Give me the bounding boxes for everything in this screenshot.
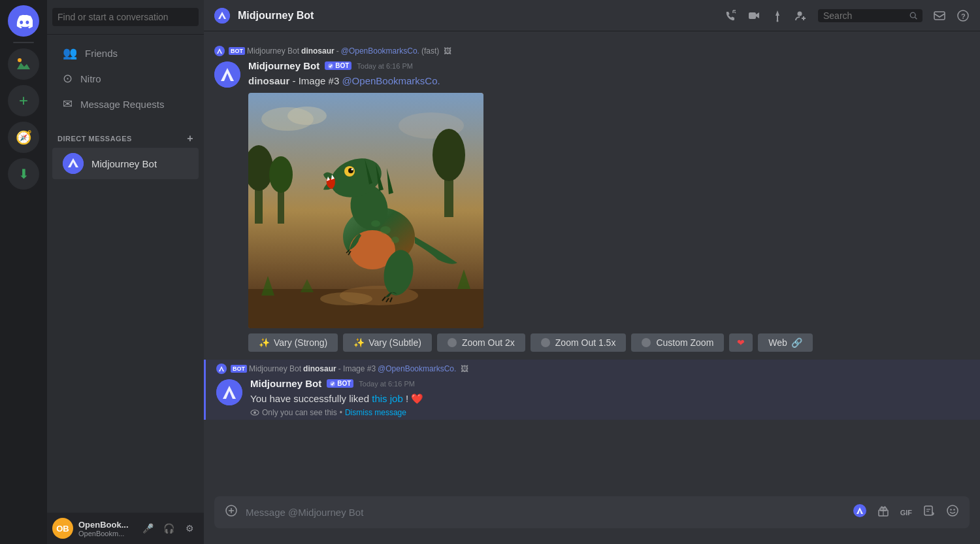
bullet-separator: •: [340, 408, 342, 417]
sticker-button[interactable]: [920, 496, 938, 528]
web-link-icon: 🔗: [791, 337, 802, 348]
svg-point-50: [380, 226, 391, 234]
message-buttons-1: ✨ Vary (Strong) ✨ Vary (Subtle) Zoom Out…: [248, 333, 970, 352]
nitro-label: Nitro: [80, 73, 101, 84]
context-sender-1: Midjourney Bot: [247, 46, 299, 56]
svg-rect-12: [749, 12, 756, 19]
custom-zoom-button[interactable]: Custom Zoom: [631, 333, 724, 352]
vary-strong-button[interactable]: ✨ Vary (Strong): [248, 333, 338, 352]
add-friend-button[interactable]: [794, 9, 808, 22]
context-avatar-1: [214, 46, 225, 56]
user-avatar-text: OB: [56, 524, 69, 534]
discord-home-button[interactable]: [8, 5, 39, 37]
midjourney-bot-name: Midjourney Bot: [91, 158, 157, 169]
dm-search-input[interactable]: [52, 8, 199, 26]
message-context-2: BOT Midjourney Bot dinosaur - Image #3 @…: [206, 360, 980, 375]
svg-point-74: [950, 509, 951, 510]
server-divider: [13, 42, 34, 43]
chat-search-input[interactable]: [823, 10, 906, 21]
heart-button[interactable]: ❤: [729, 333, 753, 352]
dm-nav-items: 👥 Friends ⊙ Nitro ✉ Message Requests: [47, 35, 204, 122]
liked-link[interactable]: this job: [372, 393, 403, 404]
bot-badge-2: BOT: [327, 379, 353, 388]
zoom-out-1.5x-button[interactable]: Zoom Out 1.5x: [531, 333, 627, 352]
message-username-1: Midjourney Bot: [248, 60, 319, 71]
message-text-1: dinosaur - Image #3 @OpenBookmarksCo.: [248, 74, 970, 88]
context-mention-2: @OpenBookmarksCo.: [378, 364, 456, 373]
message-row-2: Midjourney Bot BOT Today at 6:16 PM You …: [206, 375, 980, 420]
add-server-button[interactable]: +: [8, 85, 39, 116]
message-requests-label: Message Requests: [80, 99, 164, 110]
footer-status: OpenBookm...: [78, 530, 133, 537]
eye-icon: [250, 408, 259, 417]
sidebar-item-message-requests[interactable]: ✉ Message Requests: [52, 92, 199, 116]
message-group-2: BOT Midjourney Bot dinosaur - Image #3 @…: [204, 360, 980, 420]
context-line-1: BOT Midjourney Bot dinosaur - @OpenBookm…: [229, 46, 451, 56]
explore-servers-button[interactable]: 🧭: [8, 122, 39, 153]
input-right-icons: GIF: [851, 496, 962, 528]
mute-button[interactable]: 🎤: [139, 519, 157, 537]
message-avatar-2: [216, 379, 242, 405]
attach-file-button[interactable]: [222, 496, 240, 528]
chat-search-box[interactable]: [818, 9, 923, 22]
help-button[interactable]: ?: [956, 9, 970, 22]
svg-rect-0: [13, 54, 34, 75]
add-icon: +: [19, 92, 28, 110]
svg-text:?: ?: [961, 12, 966, 20]
inbox-button[interactable]: [933, 9, 946, 22]
message-content-1: Midjourney Bot BOT Today at 6:16 PM dino…: [248, 60, 970, 352]
message-input-field[interactable]: [246, 500, 845, 525]
message-username-2: Midjourney Bot: [250, 378, 321, 389]
message-image-1[interactable]: [248, 93, 483, 328]
zoom-out-1.5x-icon: [541, 338, 550, 347]
message-requests-icon: ✉: [63, 97, 73, 111]
context-line-2: BOT Midjourney Bot dinosaur - Image #3 @…: [231, 364, 468, 373]
web-label: Web: [768, 337, 787, 348]
vary-subtle-label: Vary (Subtle): [368, 337, 421, 348]
settings-button[interactable]: ⚙: [180, 519, 199, 537]
heart-icon: ❤: [737, 337, 745, 348]
footer-username: OpenBook...: [78, 520, 133, 530]
dm-user-midjourney-bot[interactable]: Midjourney Bot: [52, 148, 199, 179]
add-dm-button[interactable]: +: [187, 133, 193, 144]
message-input-area: GIF: [204, 496, 980, 544]
zoom-out-2x-label: Zoom Out 2x: [462, 337, 515, 348]
zoom-out-2x-icon: [448, 338, 457, 347]
message-context-1: BOT Midjourney Bot dinosaur - @OpenBookm…: [204, 42, 980, 58]
svg-point-17: [910, 12, 915, 18]
svg-point-75: [953, 509, 955, 510]
svg-point-41: [320, 292, 372, 305]
svg-point-60: [253, 411, 256, 414]
emoji-button[interactable]: [943, 496, 962, 528]
svg-point-73: [947, 505, 958, 516]
context-mention-1: @OpenBookmarksCo.: [341, 46, 419, 56]
bot-label-2: BOT: [337, 380, 351, 387]
vary-strong-icon: ✨: [259, 337, 270, 348]
svg-rect-70: [924, 506, 932, 515]
svg-line-18: [915, 17, 917, 19]
server-icon-image[interactable]: [8, 48, 39, 80]
vary-subtle-icon: ✨: [353, 337, 365, 348]
chat-header-actions: ?: [724, 9, 970, 22]
sidebar-item-nitro[interactable]: ⊙ Nitro: [52, 66, 199, 91]
message-timestamp-1: Today at 6:16 PM: [357, 62, 413, 70]
context-img-icon-2: 🖼: [461, 364, 468, 373]
dm-sidebar-footer: OB OpenBook... OpenBookm... 🎤 🎧 ⚙: [47, 513, 204, 544]
dismiss-message-link[interactable]: Dismiss message: [345, 408, 406, 417]
sidebar-item-friends[interactable]: 👥 Friends: [52, 41, 199, 65]
web-button[interactable]: Web 🔗: [758, 333, 813, 352]
gift-button[interactable]: [874, 496, 892, 528]
gif-button[interactable]: GIF: [898, 501, 915, 524]
call-button[interactable]: [724, 9, 737, 22]
message-mention-1[interactable]: @OpenBookmarksCo.: [342, 75, 440, 86]
only-you-notice: Only you can see this • Dismiss message: [250, 408, 970, 417]
pin-button[interactable]: [771, 9, 784, 22]
deafen-button[interactable]: 🎧: [159, 519, 178, 537]
search-icon: [909, 11, 917, 20]
zoom-out-2x-button[interactable]: Zoom Out 2x: [437, 333, 525, 352]
video-button[interactable]: [747, 9, 760, 22]
message-input-box: GIF: [214, 496, 970, 528]
download-button[interactable]: ⬇: [8, 158, 39, 190]
midjourney-icon-button[interactable]: [851, 496, 869, 528]
vary-subtle-button[interactable]: ✨ Vary (Subtle): [343, 333, 432, 352]
